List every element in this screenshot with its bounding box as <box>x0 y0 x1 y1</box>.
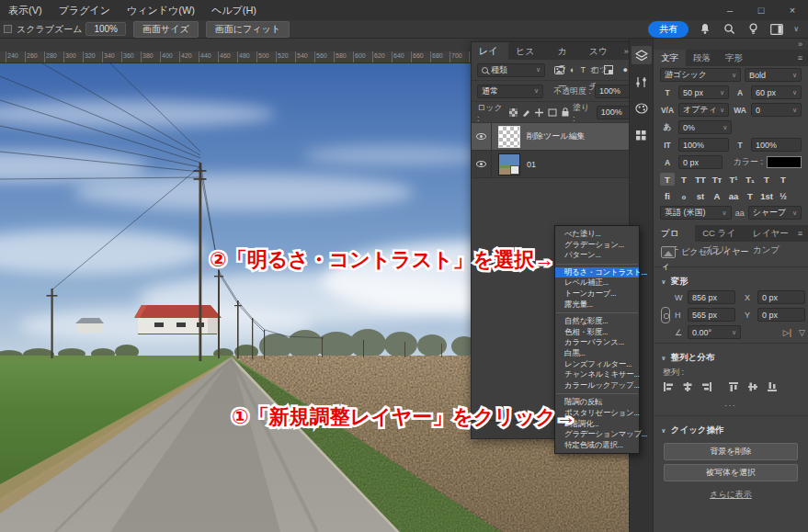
workspace-icon[interactable] <box>769 23 784 36</box>
menu-item[interactable]: 明るさ・コントラスト... <box>555 267 639 278</box>
lightbulb-icon[interactable] <box>745 23 760 36</box>
filter-smart-object-icon[interactable] <box>604 65 613 74</box>
text-style-button[interactable]: T¹ <box>726 173 741 186</box>
scrub-zoom-checkbox[interactable] <box>4 25 12 33</box>
layer-row-01[interactable]: 01 <box>472 151 643 178</box>
x-field[interactable]: 0 px <box>757 290 805 304</box>
menu-item[interactable]: レンズフィルター... <box>555 359 639 370</box>
vertical-scale-field[interactable]: 100% <box>678 138 729 152</box>
tab-properties[interactable]: プロパティ <box>654 225 695 242</box>
remove-background-button[interactable]: 背景を削除 <box>664 443 798 460</box>
menu-item[interactable]: チャンネルミキサー... <box>555 369 639 380</box>
more-options[interactable]: ... <box>654 395 808 412</box>
align-section-header[interactable]: ∨ 整列と分布 <box>654 347 808 367</box>
filter-pixel-layers-icon[interactable] <box>554 66 564 74</box>
zoom-value-field[interactable]: 100% <box>85 22 126 36</box>
font-family-dropdown[interactable]: 游ゴシック∨ <box>660 68 741 82</box>
align-left-icon[interactable] <box>663 381 674 392</box>
language-dropdown[interactable]: 英語 (米国)∨ <box>660 206 732 220</box>
opentype-button[interactable]: ℴ <box>677 189 691 202</box>
link-wh-icon[interactable] <box>661 307 670 323</box>
rotation-field[interactable]: 0.00° ∨ <box>688 325 741 339</box>
align-bottom-icon[interactable] <box>767 381 778 392</box>
font-size-dropdown[interactable]: 50 px∨ <box>678 85 729 99</box>
text-style-button[interactable]: T <box>677 173 691 186</box>
tab-cc-libraries[interactable]: CC ライブラリ <box>695 225 745 242</box>
text-style-button[interactable]: Tᴛ <box>710 173 724 186</box>
lock-artboard-icon[interactable] <box>548 108 557 117</box>
tab-character[interactable]: 文字 <box>654 50 686 66</box>
tab-layers[interactable]: レイヤー <box>472 42 508 60</box>
menu-item[interactable]: レベル補正... <box>555 277 639 289</box>
collapse-panel-icon[interactable]: » <box>624 47 629 56</box>
menu-item[interactable]: 白黒... <box>555 348 639 359</box>
baseline-field[interactable]: 0 px <box>678 155 723 169</box>
panel-menu-icon[interactable]: ≡ <box>798 225 808 242</box>
align-middle-v-icon[interactable] <box>747 381 758 392</box>
layer-name[interactable]: 削除ツール編集 <box>527 130 585 142</box>
width-field[interactable]: 856 px <box>688 290 735 304</box>
menu-item[interactable]: 露光量... <box>555 300 639 311</box>
opentype-button[interactable]: T <box>743 189 757 202</box>
visibility-toggle[interactable] <box>472 123 492 150</box>
menu-item[interactable]: カラールックアップ... <box>555 380 639 391</box>
font-style-dropdown[interactable]: Bold∨ <box>745 68 802 82</box>
blend-mode-dropdown[interactable]: 通常 ∨ <box>477 85 543 98</box>
filter-toggle-icon[interactable]: ● <box>622 65 627 74</box>
menu-item[interactable]: パターン... <box>555 250 639 261</box>
text-style-button[interactable]: TT <box>693 173 708 186</box>
layer-row-delete-tool-edit[interactable]: 削除ツール編集 <box>472 123 643 151</box>
tab-history[interactable]: ヒストリー <box>508 42 551 60</box>
lock-position-icon[interactable] <box>535 108 543 117</box>
tab-swatches[interactable]: スウォッチ <box>582 42 624 60</box>
tracking-dropdown[interactable]: 0∨ <box>751 103 802 117</box>
tab-glyphs[interactable]: 字形 <box>718 50 750 66</box>
layer-name[interactable]: 01 <box>527 160 536 169</box>
opentype-button[interactable]: A <box>710 189 724 202</box>
menu-view[interactable]: 表示(V) <box>0 0 51 20</box>
panel-menu-icon[interactable]: ≡ <box>798 50 808 66</box>
opentype-button[interactable]: 1st <box>759 189 774 202</box>
menu-item[interactable]: べた塗り... <box>555 229 639 240</box>
align-center-h-icon[interactable] <box>682 381 693 392</box>
tab-color[interactable]: カラー <box>551 42 582 60</box>
bell-icon[interactable] <box>698 23 712 36</box>
show-more-link[interactable]: さらに表示 <box>654 485 808 501</box>
close-button[interactable]: × <box>777 0 808 20</box>
text-style-button[interactable]: T₁ <box>743 173 757 186</box>
menu-help[interactable]: ヘルプ(H) <box>203 0 265 20</box>
tsume-dropdown[interactable]: 0%∨ <box>678 120 732 134</box>
tab-paragraph[interactable]: 段落 <box>686 50 718 66</box>
screen-size-button[interactable]: 画面サイズ <box>133 21 199 38</box>
share-button[interactable]: 共有 <box>648 21 689 38</box>
chevron-down-icon[interactable]: ∨ <box>793 25 799 33</box>
menu-item[interactable]: グラデーション... <box>555 240 639 251</box>
menu-item[interactable]: 自然な彩度... <box>555 316 639 327</box>
leading-dropdown[interactable]: 60 px∨ <box>751 85 802 99</box>
menu-item[interactable]: トーンカーブ... <box>555 289 639 300</box>
filter-adjustment-layers-icon[interactable]: ◐ <box>570 65 575 74</box>
antialias-dropdown[interactable]: シャープ∨ <box>748 206 802 220</box>
lock-transparency-icon[interactable] <box>509 108 518 117</box>
filter-type-layers-icon[interactable]: T <box>580 65 586 74</box>
kerning-dropdown[interactable]: オプティカル∨ <box>678 103 729 117</box>
flip-vertical-icon[interactable]: ▽ <box>799 328 805 337</box>
menu-item[interactable]: 特定色域の選択... <box>555 440 639 451</box>
search-icon[interactable] <box>722 23 736 36</box>
align-right-icon[interactable] <box>701 381 712 392</box>
y-field[interactable]: 0 px <box>757 308 805 322</box>
text-style-button[interactable]: T <box>776 173 791 186</box>
align-top-icon[interactable] <box>728 381 739 392</box>
opentype-button[interactable]: st <box>693 189 708 202</box>
opentype-button[interactable]: ½ <box>776 189 791 202</box>
color-dock-icon[interactable] <box>632 99 652 118</box>
opentype-button[interactable]: aa <box>726 189 741 202</box>
collapse-dock-icon[interactable]: » <box>798 40 802 49</box>
flip-horizontal-icon[interactable]: ▷| <box>783 328 791 337</box>
lock-pixels-icon[interactable] <box>522 108 530 117</box>
minimize-button[interactable]: – <box>714 0 745 20</box>
layer-thumbnail-photo[interactable] <box>498 153 520 175</box>
filter-shape-layers-icon[interactable]: ▢ <box>591 65 599 74</box>
lock-all-icon[interactable] <box>562 108 569 117</box>
text-style-button[interactable]: T <box>759 173 774 186</box>
